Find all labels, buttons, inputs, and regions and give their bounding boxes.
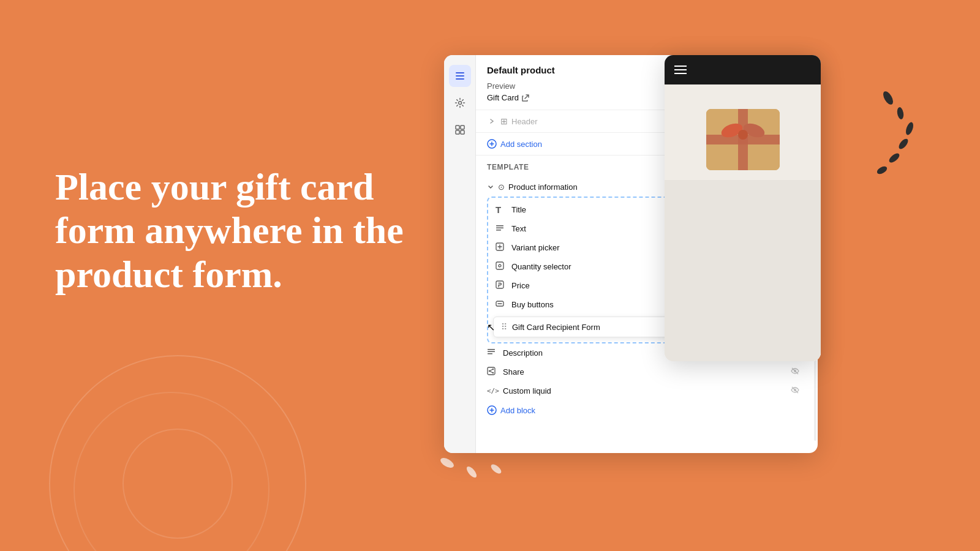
- block-custom-liquid-label: Custom liquid: [503, 386, 786, 395]
- add-block-button[interactable]: Add block: [476, 400, 818, 420]
- svg-rect-28: [488, 349, 495, 350]
- custom-liquid-icon: </>: [487, 387, 498, 395]
- svg-point-47: [738, 130, 748, 140]
- block-custom-liquid[interactable]: </> Custom liquid: [487, 381, 807, 400]
- add-section-label: Add section: [500, 140, 542, 149]
- title-icon: T: [496, 204, 507, 215]
- gift-card-preview-image: [706, 109, 780, 170]
- custom-liquid-eye-icon[interactable]: [791, 386, 799, 396]
- svg-rect-14: [461, 126, 464, 129]
- preview-panel: [665, 55, 821, 361]
- description-icon: [487, 348, 498, 358]
- svg-rect-10: [456, 75, 464, 77]
- svg-rect-18: [496, 225, 503, 227]
- cursor-arrow-icon: ↖: [487, 321, 495, 333]
- svg-point-3: [897, 137, 910, 151]
- preview-content: [665, 84, 821, 361]
- svg-rect-9: [456, 72, 464, 73]
- svg-point-8: [489, 463, 503, 476]
- sidebar-icon-list[interactable]: [449, 65, 471, 87]
- svg-rect-19: [496, 228, 503, 229]
- add-block-label: Add block: [500, 406, 535, 415]
- rose-circle-2: [74, 392, 270, 551]
- buy-buttons-icon: [496, 299, 507, 310]
- hamburger-line-3: [674, 73, 687, 74]
- svg-point-6: [439, 456, 456, 470]
- svg-rect-22: [496, 262, 503, 269]
- svg-point-7: [465, 465, 478, 479]
- svg-point-12: [458, 102, 461, 105]
- svg-point-2: [905, 121, 915, 136]
- hero-section: Place your gift card form anywhere in th…: [55, 165, 435, 296]
- sidebar-icon-grid[interactable]: [449, 119, 471, 141]
- product-info-label: Product information: [508, 182, 578, 192]
- svg-rect-20: [496, 230, 501, 231]
- sidebar-icon-gear[interactable]: [449, 92, 471, 114]
- svg-point-23: [499, 264, 501, 267]
- svg-rect-16: [461, 130, 464, 134]
- gift-card-form-label: Gift Card Recipient Form: [512, 323, 600, 332]
- block-share[interactable]: Share: [487, 362, 807, 381]
- text-icon: [496, 223, 507, 234]
- svg-rect-11: [456, 78, 464, 80]
- svg-point-4: [888, 152, 901, 165]
- header-label: Header: [511, 117, 538, 126]
- preview-label: Preview: [487, 81, 515, 91]
- hamburger-line-1: [674, 66, 687, 67]
- preview-navbar: [665, 55, 821, 84]
- seeds-decoration-top: [845, 86, 919, 198]
- preview-gray-area: [665, 180, 821, 361]
- price-icon: [496, 280, 507, 291]
- svg-rect-13: [456, 126, 459, 129]
- product-info-circle-icon: ⊙: [498, 182, 505, 192]
- gift-card-name: Gift Card: [487, 93, 519, 102]
- header-grid-icon: ⊞: [500, 116, 508, 126]
- svg-rect-15: [456, 130, 459, 134]
- variant-icon: [496, 242, 507, 253]
- svg-rect-31: [488, 367, 495, 375]
- sidebar: [444, 55, 476, 453]
- svg-point-0: [881, 90, 895, 107]
- drag-handle-icon: ⠿: [501, 322, 507, 332]
- svg-rect-30: [488, 353, 492, 354]
- expand-icon[interactable]: [487, 116, 497, 126]
- svg-rect-29: [488, 351, 495, 353]
- svg-point-1: [896, 107, 904, 119]
- svg-line-36: [489, 371, 493, 373]
- rose-circle: [49, 355, 306, 551]
- hamburger-icon: [674, 66, 687, 74]
- svg-line-35: [489, 369, 493, 371]
- hamburger-line-2: [674, 69, 687, 70]
- share-icon: [487, 367, 498, 377]
- quantity-icon: [496, 261, 507, 272]
- block-share-label: Share: [503, 367, 786, 377]
- rose-inner: [123, 429, 233, 539]
- hero-text: Place your gift card form anywhere in th…: [55, 165, 435, 296]
- svg-point-5: [876, 165, 889, 176]
- share-eye-icon[interactable]: [791, 367, 799, 377]
